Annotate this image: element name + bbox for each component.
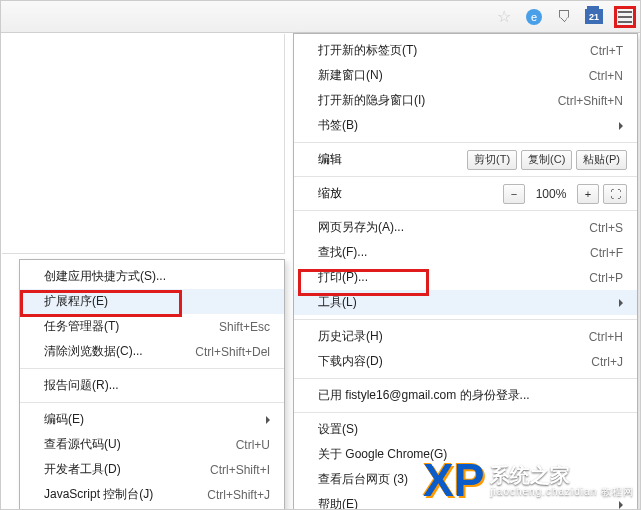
menu-print[interactable]: 打印(P)...Ctrl+P bbox=[294, 265, 637, 290]
sub-devtools[interactable]: 开发者工具(D)Ctrl+Shift+I bbox=[20, 457, 284, 482]
chrome-menu-button[interactable] bbox=[614, 6, 636, 28]
menu-downloads[interactable]: 下载内容(D)Ctrl+J bbox=[294, 349, 637, 374]
menu-about[interactable]: 关于 Google Chrome(G) bbox=[294, 442, 637, 467]
menu-settings[interactable]: 设置(S) bbox=[294, 417, 637, 442]
menu-separator bbox=[20, 368, 284, 369]
menu-new-window[interactable]: 新建窗口(N)Ctrl+N bbox=[294, 63, 637, 88]
calendar-icon[interactable]: 21 bbox=[584, 7, 604, 27]
menu-bookmarks[interactable]: 书签(B) bbox=[294, 113, 637, 138]
edit-label: 编辑 bbox=[318, 151, 467, 168]
zoom-out-button[interactable]: − bbox=[503, 184, 525, 204]
menu-separator bbox=[294, 319, 637, 320]
menu-separator bbox=[20, 402, 284, 403]
sub-encoding[interactable]: 编码(E) bbox=[20, 407, 284, 432]
menu-new-tab[interactable]: 打开新的标签页(T)Ctrl+T bbox=[294, 38, 637, 63]
sub-extensions[interactable]: 扩展程序(E) bbox=[20, 289, 284, 314]
menu-incognito[interactable]: 打开新的隐身窗口(I)Ctrl+Shift+N bbox=[294, 88, 637, 113]
zoom-label: 缩放 bbox=[318, 185, 503, 202]
page-content-area bbox=[2, 34, 285, 254]
menu-background-pages[interactable]: 查看后台网页 (3) bbox=[294, 467, 637, 492]
sub-js-console[interactable]: JavaScript 控制台(J)Ctrl+Shift+J bbox=[20, 482, 284, 507]
menu-separator bbox=[294, 412, 637, 413]
menu-find[interactable]: 查找(F)...Ctrl+F bbox=[294, 240, 637, 265]
menu-help[interactable]: 帮助(E) bbox=[294, 492, 637, 510]
sub-create-shortcut[interactable]: 创建应用快捷方式(S)... bbox=[20, 264, 284, 289]
menu-edit-row: 编辑 剪切(T) 复制(C) 粘贴(P) bbox=[294, 147, 637, 172]
menu-separator bbox=[294, 142, 637, 143]
paste-button[interactable]: 粘贴(P) bbox=[576, 150, 627, 170]
extension-shield-icon[interactable]: ⛉ bbox=[554, 7, 574, 27]
copy-button[interactable]: 复制(C) bbox=[521, 150, 572, 170]
menu-tools[interactable]: 工具(L) bbox=[294, 290, 637, 315]
menu-separator bbox=[294, 210, 637, 211]
cut-button[interactable]: 剪切(T) bbox=[467, 150, 517, 170]
sub-report-issue[interactable]: 报告问题(R)... bbox=[20, 373, 284, 398]
menu-separator bbox=[294, 378, 637, 379]
sub-view-source[interactable]: 查看源代码(U)Ctrl+U bbox=[20, 432, 284, 457]
fullscreen-button[interactable]: ⛶ bbox=[603, 184, 627, 204]
extension-globe-icon[interactable]: e bbox=[524, 7, 544, 27]
bookmark-star-icon[interactable]: ☆ bbox=[494, 7, 514, 27]
sub-clear-data[interactable]: 清除浏览数据(C)...Ctrl+Shift+Del bbox=[20, 339, 284, 364]
menu-separator bbox=[294, 176, 637, 177]
menu-zoom-row: 缩放 − 100% + ⛶ bbox=[294, 181, 637, 206]
browser-toolbar: ☆ e ⛉ 21 bbox=[1, 1, 640, 33]
menu-history[interactable]: 历史记录(H)Ctrl+H bbox=[294, 324, 637, 349]
zoom-percent: 100% bbox=[529, 184, 573, 204]
tools-submenu: 创建应用快捷方式(S)... 扩展程序(E) 任务管理器(T)Shift+Esc… bbox=[19, 259, 285, 510]
zoom-in-button[interactable]: + bbox=[577, 184, 599, 204]
sub-task-manager[interactable]: 任务管理器(T)Shift+Esc bbox=[20, 314, 284, 339]
menu-save-as[interactable]: 网页另存为(A)...Ctrl+S bbox=[294, 215, 637, 240]
menu-signed-in[interactable]: 已用 fistyle16@gmail.com 的身份登录... bbox=[294, 383, 637, 408]
chrome-main-menu: 打开新的标签页(T)Ctrl+T 新建窗口(N)Ctrl+N 打开新的隐身窗口(… bbox=[293, 33, 638, 510]
